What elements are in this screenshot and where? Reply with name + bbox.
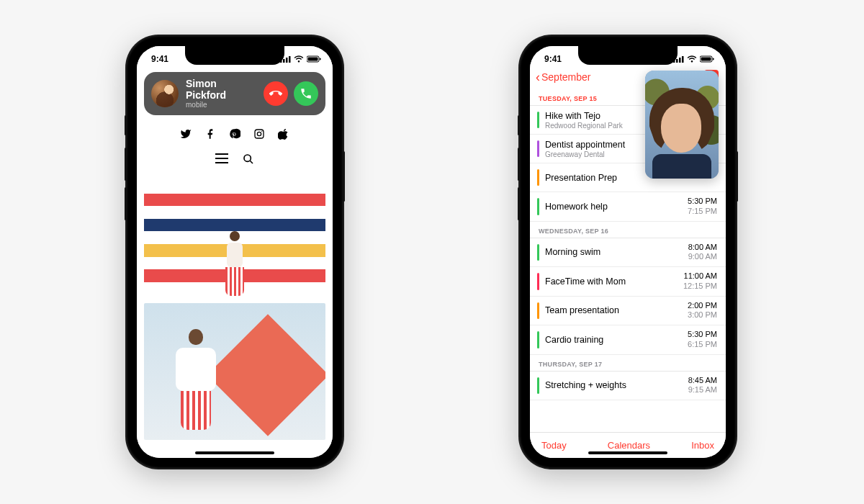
event-end-time: 3:00 PM [688,310,717,320]
decline-call-button[interactable] [264,81,288,106]
svg-rect-10 [215,153,228,155]
calendar-event[interactable]: Morning swim8:00 AM9:00 AM [530,238,726,268]
event-start-time: 5:30 PM [688,330,717,340]
twitter-icon[interactable] [180,128,192,143]
event-title: Team presentation [545,305,688,315]
phone-right: 9:41 ‹ September TUESDAY, SEP 15Hike wit… [520,36,736,468]
svg-line-14 [250,161,253,163]
event-times: 11:00 AM12:15 PM [683,271,717,292]
calendar-event[interactable]: FaceTime with Mom11:00 AM12:15 PM [530,267,726,297]
calendar-event[interactable]: Cardio training5:30 PM6:15 PM [530,325,726,355]
accept-call-button[interactable] [294,81,318,106]
svg-rect-7 [255,130,264,138]
event-times: 5:30 PM6:15 PM [688,330,717,350]
caller-avatar [151,80,179,107]
svg-rect-3 [289,56,291,63]
status-indicators [673,55,714,63]
facetime-pip[interactable] [645,71,719,179]
volume-down [125,187,127,220]
mute-switch [125,115,127,135]
hamburger-icon[interactable] [215,153,228,168]
event-start-time: 2:00 PM [688,301,717,311]
caller-source: mobile [186,101,258,109]
facebook-icon[interactable] [204,128,216,143]
event-end-time: 7:15 PM [688,207,717,217]
notch [185,46,284,65]
calendar-event[interactable]: Team presentation2:00 PM3:00 PM [530,297,726,326]
hero-image-stripes [144,181,325,296]
hero-image-diamond [144,303,325,440]
phone-left-screen: 9:41 [137,46,333,458]
today-button[interactable]: Today [541,440,567,451]
event-title: Homework help [545,202,688,212]
mute-switch [518,115,520,135]
volume-down [518,187,520,220]
svg-rect-16 [676,59,678,63]
event-color-bar [537,112,539,128]
phone-right-screen: 9:41 ‹ September TUESDAY, SEP 15Hike wit… [530,46,726,458]
svg-rect-5 [308,58,318,61]
event-title: Cardio training [545,335,688,345]
instagram-icon[interactable] [253,128,265,143]
calendars-button[interactable]: Calendars [608,440,650,451]
incoming-call-banner[interactable]: Simon Pickford mobile [144,72,325,115]
search-icon[interactable] [243,153,254,168]
event-text: Team presentation [545,305,688,315]
hero-figure [224,231,246,296]
event-text: Cardio training [545,335,688,345]
event-color-bar [537,302,539,320]
battery-icon [307,55,321,63]
event-text: Morning swim [545,247,688,257]
event-color-bar [537,198,539,215]
event-times: 8:45 AM9:15 AM [688,376,717,396]
toolbar-row [137,153,333,168]
status-time: 9:41 [544,54,562,64]
home-indicator[interactable] [195,451,274,454]
event-text: Homework help [545,202,688,212]
caller-info: Simon Pickford mobile [186,78,258,109]
chevron-left-icon[interactable]: ‹ [536,70,540,85]
event-end-time: 12:15 PM [683,282,717,292]
wifi-icon [687,55,697,63]
event-start-time: 11:00 AM [683,271,717,282]
inbox-button[interactable]: Inbox [691,440,714,451]
svg-point-9 [261,131,262,132]
event-color-bar [537,169,539,186]
svg-rect-21 [713,58,714,60]
notch [578,46,678,65]
phone-left: 9:41 [127,36,343,468]
wifi-icon [294,55,304,63]
event-color-bar [537,273,539,290]
volume-up [125,148,127,181]
event-color-bar [537,244,539,261]
event-times: 8:00 AM9:00 AM [688,243,717,263]
event-start-time: 8:45 AM [688,376,717,386]
apple-icon[interactable] [278,128,289,143]
calendar-event[interactable]: Stretching + weights8:45 AM9:15 AM [530,372,726,401]
svg-rect-11 [215,158,228,159]
event-title: FaceTime with Mom [545,276,683,287]
hero-figure-2 [174,329,217,430]
event-color-bar [537,377,539,395]
status-time: 9:41 [151,54,168,64]
event-end-time: 6:15 PM [688,340,717,350]
caller-name: Simon Pickford [186,78,258,101]
section-header: THURSDAY, SEP 17 [530,355,726,372]
calendar-event[interactable]: Homework help5:30 PM7:15 PM [530,192,726,222]
home-indicator[interactable] [588,451,667,454]
social-icon-row [137,128,333,143]
event-end-time: 9:15 AM [688,385,717,395]
event-end-time: 9:00 AM [688,252,717,262]
battery-icon [700,55,714,63]
back-month-label[interactable]: September [541,71,590,83]
event-times: 5:30 PM7:15 PM [688,197,717,217]
svg-rect-2 [286,58,288,63]
event-color-bar [537,331,539,348]
power-button [736,151,738,202]
event-times: 2:00 PM3:00 PM [688,301,717,321]
pinterest-icon[interactable] [229,128,240,143]
event-start-time: 5:30 PM [688,197,717,207]
svg-rect-20 [701,58,711,61]
event-title: Stretching + weights [545,380,688,390]
svg-point-13 [244,155,251,161]
